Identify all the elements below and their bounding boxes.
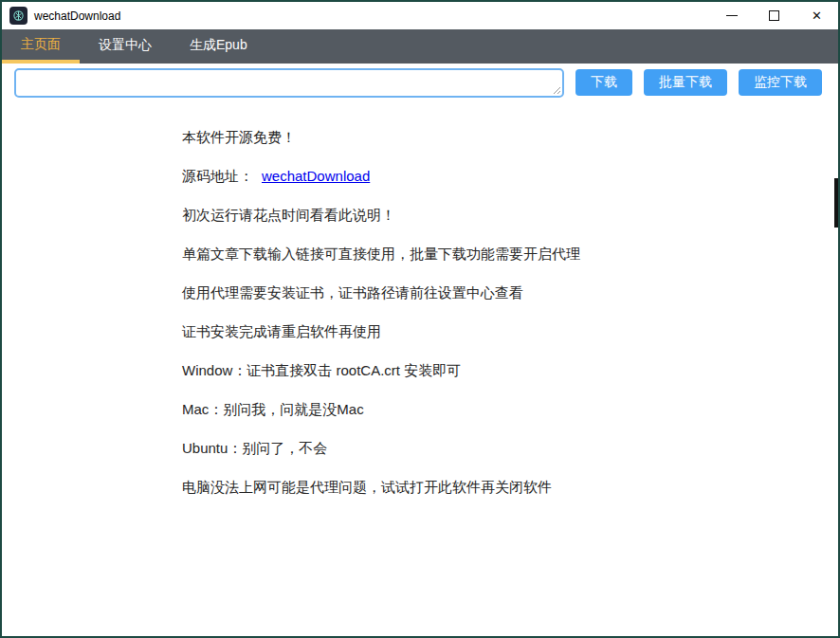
window-title: wechatDownload <box>34 9 120 23</box>
app-window: wechatDownload ✕ 主页面 设置中心 生成Epub 下载 <box>0 0 840 638</box>
readme-text: 本软件开源免费！ 源码地址：wechatDownload 初次运行请花点时间看看… <box>182 130 838 495</box>
info-line: 证书安装完成请重启软件再使用 <box>182 324 838 339</box>
monitor-download-button[interactable]: 监控下载 <box>739 69 822 96</box>
minimize-button[interactable] <box>710 2 753 29</box>
info-line-source: 源码地址：wechatDownload <box>182 169 838 184</box>
source-label: 源码地址： <box>182 168 253 184</box>
info-line: 本软件开源免费！ <box>182 130 838 145</box>
info-line: Mac：别问我，问就是没Mac <box>182 402 838 417</box>
tab-bar: 主页面 设置中心 生成Epub <box>2 29 838 64</box>
vertical-scrollbar-thumb[interactable] <box>834 178 838 228</box>
article-url-input[interactable] <box>14 68 564 98</box>
tab-main-page[interactable]: 主页面 <box>2 29 80 64</box>
tab-settings-center[interactable]: 设置中心 <box>80 29 171 64</box>
source-repo-link[interactable]: wechatDownload <box>262 168 370 184</box>
info-line: 电脑没法上网可能是代理问题，试试打开此软件再关闭软件 <box>182 480 838 495</box>
info-line: 使用代理需要安装证书，证书路径请前往设置中心查看 <box>182 285 838 301</box>
maximize-button[interactable] <box>753 2 795 29</box>
maximize-icon <box>769 10 779 21</box>
title-bar: wechatDownload ✕ <box>2 2 838 29</box>
download-button[interactable]: 下载 <box>575 69 632 96</box>
minimize-icon <box>726 15 738 16</box>
info-line: Window：证书直接双击 rootCA.crt 安装即可 <box>182 363 838 378</box>
info-line: Ubuntu：别问了，不会 <box>182 441 838 456</box>
app-logo-icon <box>9 7 27 25</box>
close-icon: ✕ <box>812 9 822 22</box>
batch-download-button[interactable]: 批量下载 <box>644 69 727 96</box>
tab-generate-epub[interactable]: 生成Epub <box>171 29 266 64</box>
action-buttons: 下载 批量下载 监控下载 <box>575 69 833 96</box>
info-line: 初次运行请花点时间看看此说明！ <box>182 208 838 223</box>
close-button[interactable]: ✕ <box>795 2 838 29</box>
download-toolbar: 下载 批量下载 监控下载 <box>2 64 838 98</box>
app-logo-glyph <box>12 9 25 22</box>
window-controls: ✕ <box>710 2 838 29</box>
url-input-wrap <box>14 68 564 98</box>
info-line: 单篇文章下载输入链接可直接使用，批量下载功能需要开启代理 <box>182 246 838 262</box>
